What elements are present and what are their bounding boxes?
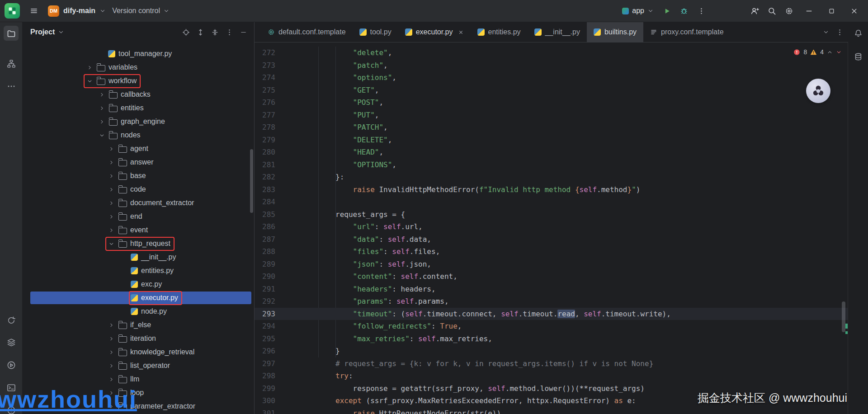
- chevron-right-icon[interactable]: [107, 160, 115, 165]
- code-line[interactable]: 276 "POST",: [255, 96, 848, 109]
- tree-item-init-py[interactable]: __init__.py: [22, 250, 254, 264]
- line-number[interactable]: 280: [255, 146, 293, 159]
- code-line[interactable]: 286 "url": self.url,: [255, 221, 848, 233]
- tree-item-entities-py[interactable]: entities.py: [22, 264, 254, 278]
- editor-tab-default-conf-template[interactable]: default.conf.template: [261, 22, 353, 42]
- chevron-right-icon[interactable]: [107, 390, 115, 396]
- code-line[interactable]: 291 "headers": headers,: [255, 283, 848, 296]
- chevron-right-icon[interactable]: [107, 404, 115, 409]
- line-number[interactable]: 291: [255, 283, 293, 296]
- editor[interactable]: 272 "delete",273 "patch",274 "options",2…: [255, 42, 848, 414]
- line-number[interactable]: 297: [255, 358, 293, 370]
- tree-item-executor-py[interactable]: executor.py: [22, 291, 254, 305]
- tree-item-tool-manager-py[interactable]: tool_manager.py: [22, 47, 254, 61]
- project-tool-icon[interactable]: [4, 26, 19, 41]
- tree-item-exc-py[interactable]: exc.py: [22, 278, 254, 291]
- line-number[interactable]: 276: [255, 96, 293, 109]
- code-line[interactable]: 278 "PATCH",: [255, 121, 848, 134]
- line-number[interactable]: 277: [255, 109, 293, 122]
- line-number[interactable]: 282: [255, 171, 293, 183]
- code-line[interactable]: 296 }: [255, 345, 848, 358]
- code-line[interactable]: 284: [255, 196, 848, 208]
- inspections-widget[interactable]: 8 4: [793, 48, 842, 56]
- run-config-selector[interactable]: app: [622, 7, 654, 15]
- tree-item-agent[interactable]: agent: [22, 142, 254, 155]
- code-line[interactable]: 277 "PUT",: [255, 109, 848, 122]
- line-number[interactable]: 288: [255, 245, 293, 258]
- collapse-all-button[interactable]: [211, 28, 219, 36]
- code-line[interactable]: 282 }:: [255, 171, 848, 183]
- line-number[interactable]: 290: [255, 270, 293, 283]
- line-number[interactable]: 293: [255, 308, 293, 320]
- tree-item-node-py[interactable]: node.py: [22, 305, 254, 318]
- code-line[interactable]: 292 "params": self.params,: [255, 295, 848, 308]
- tree-item-list-operator[interactable]: list_operator: [22, 359, 254, 372]
- more-actions-button[interactable]: [693, 3, 709, 19]
- chevron-down-icon[interactable]: [107, 241, 115, 247]
- code-line[interactable]: 300 except (ssrf_proxy.MaxRetriesExceede…: [255, 395, 848, 407]
- code-line[interactable]: 288 "files": self.files,: [255, 245, 848, 258]
- notifications-bell-icon[interactable]: [853, 28, 863, 38]
- editor-scrollbar[interactable]: [842, 301, 845, 332]
- editor-tab-init-py[interactable]: __init__.py: [528, 22, 587, 42]
- line-number[interactable]: 301: [255, 407, 293, 414]
- chevron-right-icon[interactable]: [107, 336, 115, 342]
- line-number[interactable]: 281: [255, 159, 293, 171]
- run-tool-icon[interactable]: [4, 358, 19, 372]
- expand-all-button[interactable]: [197, 28, 204, 36]
- editor-tab-builtins-py[interactable]: builtins.py: [587, 22, 643, 42]
- line-number[interactable]: 285: [255, 208, 293, 221]
- tree-item-if-else[interactable]: if_else: [22, 318, 254, 332]
- minimize-button[interactable]: [798, 0, 819, 22]
- code-line[interactable]: 280 "HEAD",: [255, 146, 848, 159]
- prev-problem-button[interactable]: [827, 49, 833, 55]
- tree-item-knowledge-retrieval[interactable]: knowledge_retrieval: [22, 345, 254, 359]
- sync-tool-icon[interactable]: [4, 313, 19, 328]
- code-line[interactable]: 299 response = getattr(ssrf_proxy, self.…: [255, 382, 848, 395]
- tree-item-iteration[interactable]: iteration: [22, 332, 254, 345]
- tree-item-nodes[interactable]: nodes: [22, 128, 254, 142]
- line-number[interactable]: 292: [255, 295, 293, 308]
- code-line[interactable]: 281 "OPTIONS",: [255, 159, 848, 171]
- line-number[interactable]: 275: [255, 84, 293, 97]
- chevron-right-icon[interactable]: [107, 227, 115, 233]
- line-number[interactable]: 284: [255, 196, 293, 208]
- line-number[interactable]: 300: [255, 395, 293, 407]
- code-line[interactable]: 290 "content": self.content,: [255, 270, 848, 283]
- chevron-right-icon[interactable]: [107, 200, 115, 206]
- code-line[interactable]: 287 "data": self.data,: [255, 233, 848, 246]
- line-number[interactable]: 299: [255, 382, 293, 395]
- tree-item-loop[interactable]: loop: [22, 386, 254, 400]
- structure-tool-icon[interactable]: [4, 56, 19, 71]
- chevron-right-icon[interactable]: [107, 173, 115, 179]
- tree-item-variables[interactable]: variables: [22, 61, 254, 74]
- tree-item-end[interactable]: end: [22, 210, 254, 223]
- code-line[interactable]: 298 try:: [255, 370, 848, 382]
- code-line[interactable]: 297 # request_args = {k: v for k, v in r…: [255, 358, 848, 370]
- chevron-right-icon[interactable]: [107, 363, 115, 369]
- chevron-right-icon[interactable]: [107, 322, 115, 328]
- code-area[interactable]: 272 "delete",273 "patch",274 "options",2…: [255, 47, 848, 414]
- close-tab-icon[interactable]: [458, 29, 464, 35]
- chevron-right-icon[interactable]: [107, 349, 115, 355]
- chevron-right-icon[interactable]: [98, 119, 106, 125]
- hide-panel-button[interactable]: [240, 29, 247, 36]
- locate-file-button[interactable]: [182, 28, 190, 36]
- chevron-right-icon[interactable]: [85, 65, 94, 71]
- editor-tab-entities-py[interactable]: entities.py: [471, 22, 528, 42]
- tree-item-event[interactable]: event: [22, 223, 254, 237]
- line-number[interactable]: 279: [255, 134, 293, 146]
- more-tools-icon[interactable]: [4, 79, 19, 94]
- tree-item-document-extractor[interactable]: document_extractor: [22, 196, 254, 210]
- code-line[interactable]: 289 "json": self.json,: [255, 258, 848, 271]
- chevron-right-icon[interactable]: [107, 146, 115, 152]
- version-control-selector[interactable]: Version control: [112, 7, 170, 15]
- code-line[interactable]: 283 raise InvalidHttpMethodError(f"Inval…: [255, 183, 848, 196]
- line-number[interactable]: 289: [255, 258, 293, 271]
- chevron-right-icon[interactable]: [98, 105, 106, 111]
- database-tool-icon[interactable]: [853, 51, 863, 62]
- code-line[interactable]: 272 "delete",: [255, 47, 848, 59]
- line-number[interactable]: 274: [255, 71, 293, 84]
- code-line[interactable]: 273 "patch",: [255, 59, 848, 72]
- line-number[interactable]: 273: [255, 59, 293, 72]
